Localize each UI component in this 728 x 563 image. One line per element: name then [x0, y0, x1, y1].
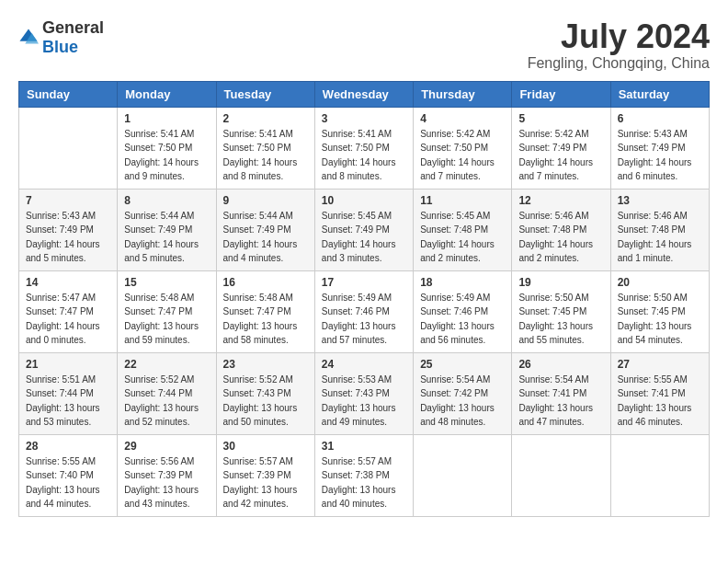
calendar-cell: [512, 434, 610, 516]
day-number: 23: [223, 358, 308, 371]
calendar-cell: 9Sunrise: 5:44 AM Sunset: 7:49 PM Daylig…: [216, 189, 314, 270]
day-info: Sunrise: 5:54 AM Sunset: 7:41 PM Dayligh…: [518, 373, 603, 430]
calendar-week-4: 21Sunrise: 5:51 AM Sunset: 7:44 PM Dayli…: [19, 352, 710, 434]
calendar-cell: 20Sunrise: 5:50 AM Sunset: 7:45 PM Dayli…: [610, 270, 709, 352]
logo-general: General: [42, 18, 104, 37]
day-info: Sunrise: 5:48 AM Sunset: 7:47 PM Dayligh…: [124, 291, 209, 348]
logo-blue: Blue: [42, 38, 78, 56]
column-header-sunday: Sunday: [19, 81, 118, 107]
day-info: Sunrise: 5:47 AM Sunset: 7:47 PM Dayligh…: [26, 291, 110, 348]
day-info: Sunrise: 5:57 AM Sunset: 7:38 PM Dayligh…: [322, 454, 406, 511]
day-number: 9: [223, 194, 308, 207]
day-number: 24: [322, 358, 406, 371]
calendar-cell: 28Sunrise: 5:55 AM Sunset: 7:40 PM Dayli…: [19, 434, 118, 516]
day-number: 5: [518, 112, 603, 125]
calendar-cell: [414, 434, 512, 516]
column-header-saturday: Saturday: [610, 81, 709, 107]
day-info: Sunrise: 5:53 AM Sunset: 7:43 PM Dayligh…: [322, 373, 406, 430]
day-info: Sunrise: 5:49 AM Sunset: 7:46 PM Dayligh…: [322, 291, 406, 348]
day-number: 18: [420, 276, 505, 289]
page-header: General Blue July 2024 Fengling, Chongqi…: [18, 18, 710, 72]
calendar-cell: 14Sunrise: 5:47 AM Sunset: 7:47 PM Dayli…: [19, 270, 118, 352]
calendar-cell: 2Sunrise: 5:41 AM Sunset: 7:50 PM Daylig…: [216, 107, 314, 189]
day-info: Sunrise: 5:51 AM Sunset: 7:44 PM Dayligh…: [26, 373, 110, 430]
day-number: 11: [420, 194, 505, 207]
day-number: 8: [124, 194, 209, 207]
calendar-cell: 12Sunrise: 5:46 AM Sunset: 7:48 PM Dayli…: [512, 189, 610, 270]
logo-icon: [18, 28, 39, 48]
calendar-cell: 31Sunrise: 5:57 AM Sunset: 7:38 PM Dayli…: [314, 434, 413, 516]
day-number: 7: [26, 194, 110, 207]
calendar-cell: 6Sunrise: 5:43 AM Sunset: 7:49 PM Daylig…: [610, 107, 709, 189]
day-number: 26: [518, 358, 603, 371]
day-number: 31: [322, 440, 406, 453]
calendar-cell: 30Sunrise: 5:57 AM Sunset: 7:39 PM Dayli…: [216, 434, 314, 516]
day-info: Sunrise: 5:41 AM Sunset: 7:50 PM Dayligh…: [322, 127, 406, 184]
calendar-cell: 16Sunrise: 5:48 AM Sunset: 7:47 PM Dayli…: [216, 270, 314, 352]
day-number: 17: [322, 276, 406, 289]
day-info: Sunrise: 5:49 AM Sunset: 7:46 PM Dayligh…: [420, 291, 505, 348]
calendar-cell: 13Sunrise: 5:46 AM Sunset: 7:48 PM Dayli…: [610, 189, 709, 270]
day-number: 14: [26, 276, 110, 289]
calendar-week-2: 7Sunrise: 5:43 AM Sunset: 7:49 PM Daylig…: [19, 189, 710, 270]
day-number: 13: [618, 194, 702, 207]
day-info: Sunrise: 5:56 AM Sunset: 7:39 PM Dayligh…: [124, 454, 209, 511]
calendar-cell: 7Sunrise: 5:43 AM Sunset: 7:49 PM Daylig…: [19, 189, 118, 270]
day-number: 12: [518, 194, 603, 207]
calendar-cell: 29Sunrise: 5:56 AM Sunset: 7:39 PM Dayli…: [118, 434, 216, 516]
day-info: Sunrise: 5:50 AM Sunset: 7:45 PM Dayligh…: [518, 291, 603, 348]
calendar-cell: 1Sunrise: 5:41 AM Sunset: 7:50 PM Daylig…: [118, 107, 216, 189]
day-number: 19: [518, 276, 603, 289]
day-info: Sunrise: 5:50 AM Sunset: 7:45 PM Dayligh…: [618, 291, 702, 348]
title-block: July 2024 Fengling, Chongqing, China: [528, 18, 710, 72]
calendar-cell: 27Sunrise: 5:55 AM Sunset: 7:41 PM Dayli…: [610, 352, 709, 434]
day-info: Sunrise: 5:43 AM Sunset: 7:49 PM Dayligh…: [26, 209, 110, 266]
calendar-cell: 23Sunrise: 5:52 AM Sunset: 7:43 PM Dayli…: [216, 352, 314, 434]
day-info: Sunrise: 5:45 AM Sunset: 7:48 PM Dayligh…: [420, 209, 505, 266]
day-number: 1: [124, 112, 209, 125]
column-header-tuesday: Tuesday: [216, 81, 314, 107]
day-info: Sunrise: 5:45 AM Sunset: 7:49 PM Dayligh…: [322, 209, 406, 266]
day-info: Sunrise: 5:57 AM Sunset: 7:39 PM Dayligh…: [223, 454, 308, 511]
day-info: Sunrise: 5:42 AM Sunset: 7:50 PM Dayligh…: [420, 127, 505, 184]
column-header-friday: Friday: [512, 81, 610, 107]
calendar-cell: 8Sunrise: 5:44 AM Sunset: 7:49 PM Daylig…: [118, 189, 216, 270]
calendar-cell: [610, 434, 709, 516]
calendar-cell: 11Sunrise: 5:45 AM Sunset: 7:48 PM Dayli…: [414, 189, 512, 270]
day-number: 6: [618, 112, 702, 125]
day-number: 20: [618, 276, 702, 289]
day-info: Sunrise: 5:44 AM Sunset: 7:49 PM Dayligh…: [124, 209, 209, 266]
calendar-cell: 22Sunrise: 5:52 AM Sunset: 7:44 PM Dayli…: [118, 352, 216, 434]
day-info: Sunrise: 5:46 AM Sunset: 7:48 PM Dayligh…: [618, 209, 702, 266]
calendar-cell: 4Sunrise: 5:42 AM Sunset: 7:50 PM Daylig…: [414, 107, 512, 189]
day-info: Sunrise: 5:52 AM Sunset: 7:44 PM Dayligh…: [124, 373, 209, 430]
calendar-cell: 26Sunrise: 5:54 AM Sunset: 7:41 PM Dayli…: [512, 352, 610, 434]
calendar-cell: 15Sunrise: 5:48 AM Sunset: 7:47 PM Dayli…: [118, 270, 216, 352]
location-title: Fengling, Chongqing, China: [528, 55, 710, 72]
calendar-header-row: SundayMondayTuesdayWednesdayThursdayFrid…: [19, 81, 710, 107]
day-info: Sunrise: 5:52 AM Sunset: 7:43 PM Dayligh…: [223, 373, 308, 430]
day-number: 30: [223, 440, 308, 453]
day-number: 28: [26, 440, 110, 453]
day-info: Sunrise: 5:55 AM Sunset: 7:40 PM Dayligh…: [26, 454, 110, 511]
calendar-cell: 19Sunrise: 5:50 AM Sunset: 7:45 PM Dayli…: [512, 270, 610, 352]
calendar-week-3: 14Sunrise: 5:47 AM Sunset: 7:47 PM Dayli…: [19, 270, 710, 352]
day-info: Sunrise: 5:46 AM Sunset: 7:48 PM Dayligh…: [518, 209, 603, 266]
logo: General Blue: [18, 18, 104, 57]
day-info: Sunrise: 5:55 AM Sunset: 7:41 PM Dayligh…: [618, 373, 702, 430]
day-number: 21: [26, 358, 110, 371]
column-header-wednesday: Wednesday: [314, 81, 413, 107]
day-number: 3: [322, 112, 406, 125]
calendar-cell: 21Sunrise: 5:51 AM Sunset: 7:44 PM Dayli…: [19, 352, 118, 434]
day-info: Sunrise: 5:42 AM Sunset: 7:49 PM Dayligh…: [518, 127, 603, 184]
calendar-cell: 17Sunrise: 5:49 AM Sunset: 7:46 PM Dayli…: [314, 270, 413, 352]
day-number: 16: [223, 276, 308, 289]
day-info: Sunrise: 5:41 AM Sunset: 7:50 PM Dayligh…: [223, 127, 308, 184]
day-info: Sunrise: 5:43 AM Sunset: 7:49 PM Dayligh…: [618, 127, 702, 184]
day-number: 4: [420, 112, 505, 125]
day-number: 29: [124, 440, 209, 453]
calendar-cell: [19, 107, 118, 189]
day-number: 22: [124, 358, 209, 371]
calendar-cell: 24Sunrise: 5:53 AM Sunset: 7:43 PM Dayli…: [314, 352, 413, 434]
calendar-cell: 18Sunrise: 5:49 AM Sunset: 7:46 PM Dayli…: [414, 270, 512, 352]
